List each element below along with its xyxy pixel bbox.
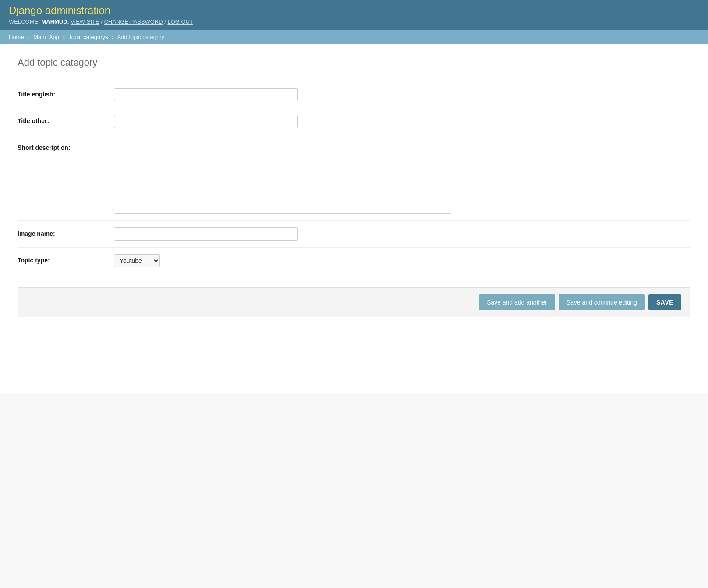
breadcrumbs: Home › Main_App › Topic categorys › Add … [0, 30, 708, 44]
breadcrumb-separator-3: › [112, 34, 113, 40]
short-description-field[interactable] [114, 142, 451, 214]
breadcrumb-home[interactable]: Home [9, 34, 24, 40]
title-other-label: Title other: [18, 115, 114, 124]
title-english-label: Title english: [18, 88, 114, 98]
change-password-link[interactable]: CHANGE PASSWORD [104, 18, 163, 25]
image-name-label: Image name: [18, 227, 114, 237]
title-english-field[interactable] [114, 88, 298, 101]
form-row-title-english: Title english: [18, 81, 690, 108]
topic-type-label: Topic type: [18, 254, 114, 264]
user-info: WELCOME, MAHMUD. VIEW SITE / CHANGE PASS… [9, 18, 699, 25]
form-row-topic-type: Topic type: Youtube [18, 248, 690, 274]
breadcrumb-separator-1: › [28, 34, 29, 40]
form-row-image-name: Image name: [18, 221, 690, 248]
short-description-label: Short description: [18, 142, 114, 151]
breadcrumb-current: Add topic category [117, 34, 164, 40]
title-other-field[interactable] [114, 115, 298, 128]
form-row-short-description: Short description: [18, 135, 690, 221]
content: Add topic category Title english: Title … [0, 44, 708, 394]
username: MAHMUD. [41, 18, 69, 25]
log-out-link[interactable]: LOG OUT [167, 18, 193, 25]
save-button[interactable]: SAVE [648, 294, 681, 310]
image-name-field[interactable] [114, 227, 298, 241]
save-continue-editing-button[interactable]: Save and continue editing [559, 294, 645, 310]
page-title: Add topic category [18, 57, 690, 68]
form-row-title-other: Title other: [18, 108, 690, 135]
submit-row: Save and add another Save and continue e… [18, 287, 690, 317]
site-title: Django administration [9, 4, 699, 17]
view-site-link[interactable]: VIEW SITE [71, 18, 99, 25]
save-add-another-button[interactable]: Save and add another [479, 294, 555, 310]
welcome-text: WELCOME, [9, 18, 40, 25]
add-topic-category-form: Title english: Title other: Short descri… [18, 81, 690, 317]
header: Django administration WELCOME, MAHMUD. V… [0, 0, 708, 30]
breadcrumb-topic-categorys[interactable]: Topic categorys [68, 34, 108, 40]
breadcrumb-separator-2: › [63, 34, 64, 40]
breadcrumb-main-app[interactable]: Main_App [33, 34, 59, 40]
topic-type-select[interactable]: Youtube [114, 254, 160, 267]
